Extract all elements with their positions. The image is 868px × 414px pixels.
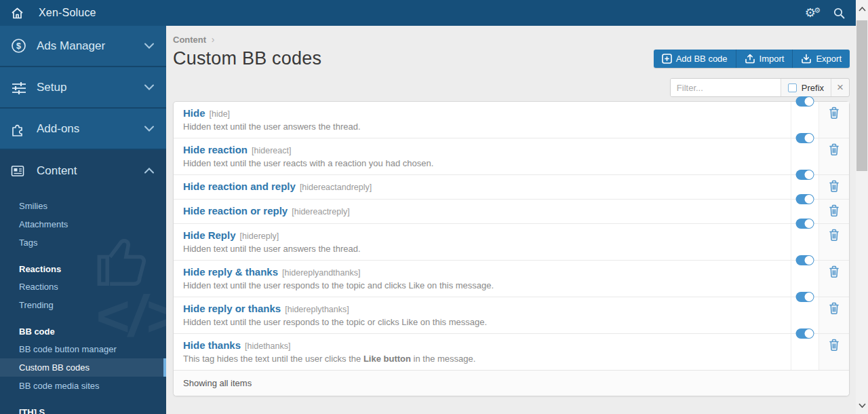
- bbcode-description: Hidden text until the user answers the t…: [183, 244, 781, 254]
- bbcode-title-link[interactable]: Hide: [183, 107, 205, 119]
- delete-cell: [818, 138, 849, 174]
- delete-cell: [818, 102, 849, 138]
- bbcode-tag: [hidereactreply]: [292, 207, 349, 217]
- bbcode-row-hide-reaction-and-reply: Hide reaction and reply[hidereactandrepl…: [174, 174, 849, 199]
- bbcode-title-link[interactable]: Hide reaction and reply: [183, 181, 296, 192]
- bbcode-description: Hidden text until the user answers the t…: [183, 121, 781, 132]
- sidebar-group-th-s: [TH] S: [0, 403, 166, 414]
- enable-toggle[interactable]: [796, 133, 814, 143]
- toggle-knob: [805, 195, 814, 204]
- newspaper-icon: [11, 165, 28, 177]
- bbcode-row-text: Hide Reply[hidereply]Hidden text until t…: [174, 224, 791, 260]
- sidebar-group-bb-code: BB code: [0, 322, 166, 340]
- sidebar-item-smilies[interactable]: Smilies: [0, 197, 166, 215]
- delete-icon[interactable]: [829, 339, 840, 354]
- filter-row: Prefix ×: [173, 78, 850, 97]
- sidebar-item-reactions[interactable]: Reactions: [0, 278, 166, 296]
- delete-icon[interactable]: [829, 229, 840, 244]
- delete-icon[interactable]: [829, 265, 840, 281]
- scroll-up-icon[interactable]: [856, 3, 868, 15]
- export-button[interactable]: Export: [793, 50, 850, 68]
- enable-toggle[interactable]: [796, 328, 814, 339]
- bbcode-title-link[interactable]: Hide reaction: [183, 144, 248, 155]
- bbcode-tag: [hidereact]: [252, 146, 291, 155]
- enable-toggle[interactable]: [796, 219, 814, 229]
- bbcode-list: Hide[hide]Hidden text until the user ans…: [173, 101, 850, 396]
- bbcode-row-text: Hide reply or thanks[hidereplythanks]Hid…: [174, 297, 791, 333]
- toggle-knob: [805, 219, 814, 228]
- bbcode-row-text: Hide[hide]Hidden text until the user ans…: [174, 102, 791, 138]
- bbcode-row-hide-reply: Hide Reply[hidereply]Hidden text until t…: [174, 223, 849, 260]
- search-icon[interactable]: [833, 7, 845, 19]
- import-button[interactable]: Import: [736, 50, 793, 68]
- toggle-knob: [805, 134, 814, 143]
- sidebar-content-items: SmiliesAttachmentsTagsReactionsReactions…: [0, 191, 166, 414]
- delete-icon[interactable]: [829, 143, 840, 159]
- sidebar-section-add-ons[interactable]: Add-ons: [0, 109, 166, 150]
- sidebar-item-attachments[interactable]: Attachments: [0, 215, 166, 233]
- bbcode-row-text: Hide reaction and reply[hidereactandrepl…: [174, 175, 791, 199]
- button-label: Add BB code: [676, 54, 728, 64]
- bbcode-row-text: Hide thanks[hidethanks]This tag hides th…: [174, 334, 791, 370]
- sidebar-section-label: Content: [37, 164, 144, 178]
- delete-icon[interactable]: [829, 302, 840, 318]
- bbcode-tag: [hidereactandreply]: [300, 183, 372, 192]
- enable-toggle[interactable]: [796, 170, 814, 180]
- bbcode-row-hide-thanks: Hide thanks[hidethanks]This tag hides th…: [174, 333, 849, 370]
- prefix-label: Prefix: [802, 83, 824, 93]
- scrollbar-thumb[interactable]: [856, 20, 867, 171]
- sidebar-item-custom-bb-codes[interactable]: Custom BB codes: [0, 358, 166, 377]
- breadcrumb-link[interactable]: Content: [173, 35, 206, 45]
- prefix-checkbox[interactable]: [788, 83, 797, 92]
- chevron-down-icon: [144, 43, 154, 49]
- button-label: Import: [760, 54, 785, 64]
- vertical-scrollbar[interactable]: [856, 0, 868, 414]
- bbcode-tag: [hidereplyandthanks]: [282, 268, 360, 278]
- sidebar-item-trending[interactable]: Trending: [0, 296, 166, 314]
- chevron-down-icon: [144, 126, 154, 132]
- sidebar-item-bb-code-button-manager[interactable]: BB code button manager: [0, 340, 166, 358]
- toggle-knob: [805, 293, 814, 301]
- scroll-down-icon[interactable]: [856, 399, 868, 411]
- enable-toggle[interactable]: [796, 292, 814, 302]
- filter-input[interactable]: [671, 79, 781, 96]
- bbcode-description: Hidden text until the user responds to t…: [183, 317, 781, 327]
- enable-toggle[interactable]: [796, 194, 814, 204]
- sidebar-section-content[interactable]: Content: [0, 150, 166, 191]
- settings-gears-icon[interactable]: ⚙⚙: [805, 7, 816, 19]
- bbcode-title-link[interactable]: Hide reaction or reply: [183, 205, 288, 217]
- top-bar: Xen-Soluce ⚙⚙: [0, 0, 856, 26]
- bbcode-title-link[interactable]: Hide reply & thanks: [183, 266, 278, 278]
- bbcode-row-hide-reply-or-thanks: Hide reply or thanks[hidereplythanks]Hid…: [174, 297, 849, 333]
- enable-toggle[interactable]: [796, 96, 814, 107]
- filter-bar: Prefix ×: [670, 78, 850, 97]
- bbcode-title-link[interactable]: Hide reply or thanks: [183, 303, 281, 314]
- sidebar-section-setup[interactable]: Setup: [0, 67, 166, 109]
- breadcrumb[interactable]: Content ›: [173, 34, 850, 45]
- delete-icon[interactable]: [829, 180, 840, 195]
- delete-cell: [818, 297, 849, 333]
- sidebar-section-ads-manager[interactable]: $Ads Manager: [0, 26, 166, 67]
- bbcode-row-text: Hide reply & thanks[hidereplyandthanks]H…: [174, 261, 791, 297]
- toggle-knob: [805, 170, 814, 179]
- bbcode-tag: [hidereplythanks]: [285, 305, 349, 314]
- delete-icon[interactable]: [829, 107, 840, 122]
- button-label: Export: [816, 54, 842, 64]
- sidebar-content-block: Content SmiliesAttachmentsTagsReactionsR…: [0, 150, 166, 414]
- home-icon[interactable]: [11, 7, 24, 19]
- bbcode-description: This tag hides the text until the user c…: [183, 354, 781, 364]
- bbcode-title-link[interactable]: Hide Reply: [183, 229, 236, 241]
- export-icon: [801, 54, 816, 64]
- add-bb-code-button[interactable]: Add BB code: [654, 50, 736, 68]
- dollar-circle-icon: $: [11, 39, 28, 54]
- breadcrumb-separator: ›: [212, 34, 215, 45]
- sliders-icon: [11, 80, 28, 95]
- bbcode-title-link[interactable]: Hide thanks: [183, 339, 241, 351]
- filter-close-icon[interactable]: ×: [831, 79, 849, 96]
- prefix-toggle[interactable]: Prefix: [781, 79, 831, 96]
- app-title: Xen-Soluce: [39, 7, 96, 19]
- enable-toggle[interactable]: [796, 255, 814, 265]
- delete-icon[interactable]: [829, 204, 840, 220]
- sidebar-item-bb-code-media-sites[interactable]: BB code media sites: [0, 377, 166, 395]
- sidebar-item-tags[interactable]: Tags: [0, 233, 166, 252]
